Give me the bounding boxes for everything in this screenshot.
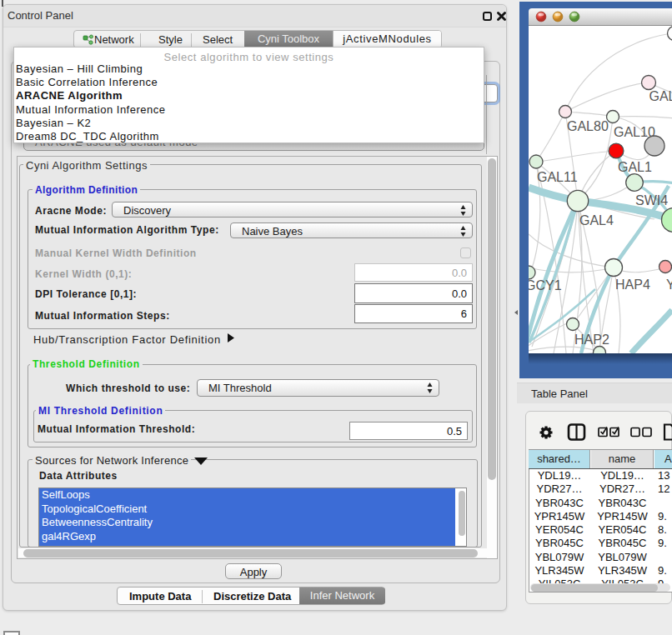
svg-text:GAL11: GAL11 [537, 170, 578, 184]
svg-text:GAL80: GAL80 [567, 119, 609, 133]
svg-text:GAL1: GAL1 [618, 160, 652, 174]
svg-text:GAL10: GAL10 [614, 125, 655, 139]
svg-text:HAP4: HAP4 [615, 278, 650, 292]
svg-text:GAL7: GAL7 [649, 89, 672, 103]
svg-text:HAP2: HAP2 [574, 332, 609, 347]
svg-text:GCY1: GCY1 [529, 278, 562, 292]
svg-text:GAL4: GAL4 [579, 213, 614, 228]
svg-text:Y: Y [666, 278, 672, 292]
svg-text:SWI4: SWI4 [635, 193, 668, 208]
